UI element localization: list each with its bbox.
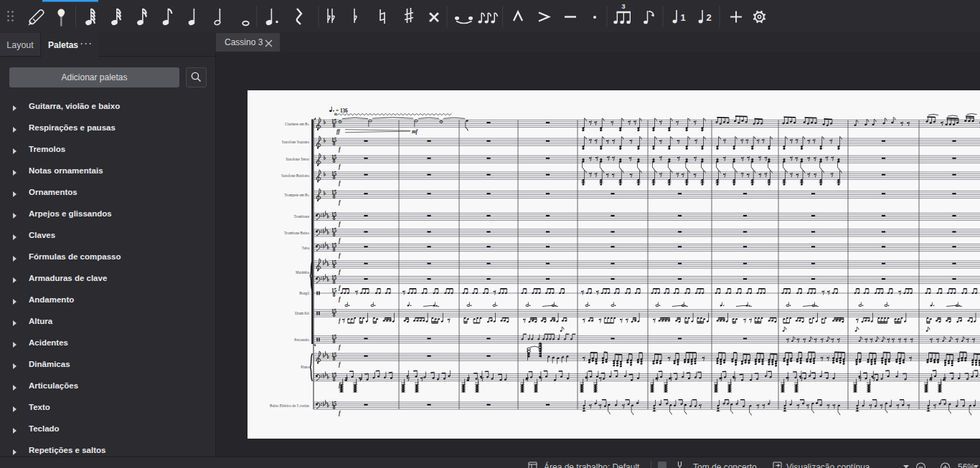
svg-text:2: 2 (706, 12, 711, 23)
svg-text:8: 8 (333, 194, 336, 200)
svg-text:1: 1 (680, 12, 685, 23)
svg-text:Trombone: Trombone (294, 214, 310, 219)
svg-text:8: 8 (333, 264, 336, 269)
svg-text:8: 8 (333, 339, 336, 345)
svg-text:= 136: = 136 (336, 108, 348, 114)
svg-text:Saxofone Tenor: Saxofone Tenor (286, 157, 309, 161)
svg-text:Clarinete em B♭: Clarinete em B♭ (285, 122, 309, 126)
svg-text:8: 8 (333, 175, 336, 181)
svg-text:8: 8 (333, 292, 336, 298)
svg-text:Bongô: Bongô (299, 291, 309, 295)
svg-text:8: 8 (333, 158, 336, 164)
svg-text:Trompete em B♭: Trompete em B♭ (284, 193, 309, 197)
svg-text:8: 8 (333, 232, 336, 238)
svg-text:8: 8 (333, 377, 336, 383)
svg-text:3: 3 (621, 3, 625, 10)
svg-text:8: 8 (333, 312, 336, 318)
svg-text:Drum Kit: Drum Kit (295, 311, 310, 315)
svg-text:mf: mf (412, 129, 418, 135)
svg-text:Saxofone Soprano: Saxofone Soprano (282, 140, 310, 144)
svg-text:Saxofone Barítono: Saxofone Barítono (281, 173, 309, 178)
svg-text:ff: ff (336, 129, 340, 135)
svg-text:8: 8 (333, 216, 336, 221)
svg-text:Baixo Elétrico de 5 cordas: Baixo Elétrico de 5 cordas (270, 403, 309, 408)
svg-text:8: 8 (333, 247, 336, 253)
svg-text:Marimba: Marimba (296, 270, 310, 274)
svg-text:8: 8 (333, 356, 336, 362)
svg-text:Tuba: Tuba (302, 246, 310, 250)
svg-text:Trombone Baixo: Trombone Baixo (284, 231, 310, 235)
svg-text:8: 8 (333, 123, 336, 129)
svg-text:Piano: Piano (301, 365, 309, 369)
svg-text:8: 8 (333, 141, 336, 147)
svg-text:8: 8 (333, 405, 336, 411)
svg-text:Percussão: Percussão (294, 338, 309, 342)
svg-text:8: 8 (333, 280, 336, 285)
